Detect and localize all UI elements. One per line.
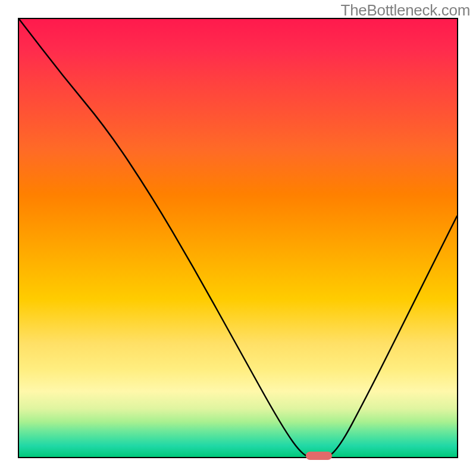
- chart-svg: [19, 19, 457, 457]
- chart-container: TheBottleneck.com: [0, 0, 476, 476]
- watermark-text: TheBottleneck.com: [341, 1, 470, 20]
- min-marker: [306, 452, 332, 460]
- plot-area: [18, 18, 458, 458]
- curve-path: [19, 19, 457, 457]
